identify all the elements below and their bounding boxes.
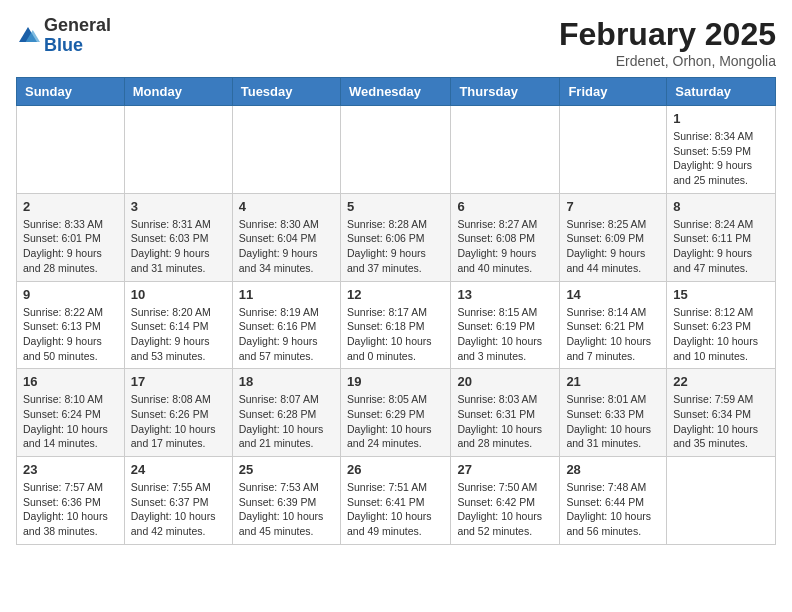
day-info: Sunrise: 8:31 AM Sunset: 6:03 PM Dayligh…	[131, 217, 226, 276]
day-info: Sunrise: 8:03 AM Sunset: 6:31 PM Dayligh…	[457, 392, 553, 451]
month-title: February 2025	[559, 16, 776, 53]
calendar-cell: 3Sunrise: 8:31 AM Sunset: 6:03 PM Daylig…	[124, 193, 232, 281]
calendar-cell: 20Sunrise: 8:03 AM Sunset: 6:31 PM Dayli…	[451, 369, 560, 457]
calendar-cell: 5Sunrise: 8:28 AM Sunset: 6:06 PM Daylig…	[340, 193, 450, 281]
calendar-cell: 2Sunrise: 8:33 AM Sunset: 6:01 PM Daylig…	[17, 193, 125, 281]
logo: General Blue	[16, 16, 111, 56]
day-number: 18	[239, 374, 334, 389]
day-info: Sunrise: 8:15 AM Sunset: 6:19 PM Dayligh…	[457, 305, 553, 364]
day-number: 23	[23, 462, 118, 477]
calendar-week-2: 2Sunrise: 8:33 AM Sunset: 6:01 PM Daylig…	[17, 193, 776, 281]
calendar-cell: 23Sunrise: 7:57 AM Sunset: 6:36 PM Dayli…	[17, 457, 125, 545]
day-number: 4	[239, 199, 334, 214]
day-info: Sunrise: 7:53 AM Sunset: 6:39 PM Dayligh…	[239, 480, 334, 539]
calendar-cell: 21Sunrise: 8:01 AM Sunset: 6:33 PM Dayli…	[560, 369, 667, 457]
day-number: 26	[347, 462, 444, 477]
calendar-cell: 13Sunrise: 8:15 AM Sunset: 6:19 PM Dayli…	[451, 281, 560, 369]
day-info: Sunrise: 8:22 AM Sunset: 6:13 PM Dayligh…	[23, 305, 118, 364]
calendar-cell: 24Sunrise: 7:55 AM Sunset: 6:37 PM Dayli…	[124, 457, 232, 545]
day-info: Sunrise: 8:28 AM Sunset: 6:06 PM Dayligh…	[347, 217, 444, 276]
day-number: 17	[131, 374, 226, 389]
calendar-cell: 12Sunrise: 8:17 AM Sunset: 6:18 PM Dayli…	[340, 281, 450, 369]
day-number: 12	[347, 287, 444, 302]
calendar-cell: 15Sunrise: 8:12 AM Sunset: 6:23 PM Dayli…	[667, 281, 776, 369]
location: Erdenet, Orhon, Mongolia	[559, 53, 776, 69]
calendar-cell: 6Sunrise: 8:27 AM Sunset: 6:08 PM Daylig…	[451, 193, 560, 281]
day-number: 6	[457, 199, 553, 214]
day-number: 9	[23, 287, 118, 302]
day-number: 2	[23, 199, 118, 214]
page-header: General Blue February 2025 Erdenet, Orho…	[16, 16, 776, 69]
calendar-cell: 25Sunrise: 7:53 AM Sunset: 6:39 PM Dayli…	[232, 457, 340, 545]
calendar-cell: 7Sunrise: 8:25 AM Sunset: 6:09 PM Daylig…	[560, 193, 667, 281]
day-info: Sunrise: 7:48 AM Sunset: 6:44 PM Dayligh…	[566, 480, 660, 539]
day-number: 22	[673, 374, 769, 389]
calendar-cell: 1Sunrise: 8:34 AM Sunset: 5:59 PM Daylig…	[667, 106, 776, 194]
day-info: Sunrise: 8:30 AM Sunset: 6:04 PM Dayligh…	[239, 217, 334, 276]
day-info: Sunrise: 8:34 AM Sunset: 5:59 PM Dayligh…	[673, 129, 769, 188]
day-number: 3	[131, 199, 226, 214]
day-info: Sunrise: 8:19 AM Sunset: 6:16 PM Dayligh…	[239, 305, 334, 364]
logo-icon	[16, 24, 40, 48]
logo-blue-text: Blue	[44, 35, 83, 55]
day-info: Sunrise: 8:24 AM Sunset: 6:11 PM Dayligh…	[673, 217, 769, 276]
day-info: Sunrise: 8:33 AM Sunset: 6:01 PM Dayligh…	[23, 217, 118, 276]
day-number: 16	[23, 374, 118, 389]
calendar-cell: 8Sunrise: 8:24 AM Sunset: 6:11 PM Daylig…	[667, 193, 776, 281]
calendar-cell	[560, 106, 667, 194]
day-info: Sunrise: 8:25 AM Sunset: 6:09 PM Dayligh…	[566, 217, 660, 276]
day-number: 11	[239, 287, 334, 302]
calendar-cell	[124, 106, 232, 194]
calendar-cell: 28Sunrise: 7:48 AM Sunset: 6:44 PM Dayli…	[560, 457, 667, 545]
day-number: 10	[131, 287, 226, 302]
calendar-cell: 26Sunrise: 7:51 AM Sunset: 6:41 PM Dayli…	[340, 457, 450, 545]
calendar-week-3: 9Sunrise: 8:22 AM Sunset: 6:13 PM Daylig…	[17, 281, 776, 369]
calendar-cell: 11Sunrise: 8:19 AM Sunset: 6:16 PM Dayli…	[232, 281, 340, 369]
day-info: Sunrise: 8:12 AM Sunset: 6:23 PM Dayligh…	[673, 305, 769, 364]
title-block: February 2025 Erdenet, Orhon, Mongolia	[559, 16, 776, 69]
calendar-cell: 16Sunrise: 8:10 AM Sunset: 6:24 PM Dayli…	[17, 369, 125, 457]
day-info: Sunrise: 7:55 AM Sunset: 6:37 PM Dayligh…	[131, 480, 226, 539]
day-info: Sunrise: 7:51 AM Sunset: 6:41 PM Dayligh…	[347, 480, 444, 539]
weekday-header-row: SundayMondayTuesdayWednesdayThursdayFrid…	[17, 78, 776, 106]
weekday-header-friday: Friday	[560, 78, 667, 106]
day-number: 14	[566, 287, 660, 302]
day-info: Sunrise: 7:50 AM Sunset: 6:42 PM Dayligh…	[457, 480, 553, 539]
calendar-cell	[232, 106, 340, 194]
weekday-header-tuesday: Tuesday	[232, 78, 340, 106]
day-number: 13	[457, 287, 553, 302]
day-info: Sunrise: 7:59 AM Sunset: 6:34 PM Dayligh…	[673, 392, 769, 451]
day-number: 19	[347, 374, 444, 389]
calendar-cell: 4Sunrise: 8:30 AM Sunset: 6:04 PM Daylig…	[232, 193, 340, 281]
day-number: 28	[566, 462, 660, 477]
weekday-header-sunday: Sunday	[17, 78, 125, 106]
day-number: 1	[673, 111, 769, 126]
weekday-header-thursday: Thursday	[451, 78, 560, 106]
day-info: Sunrise: 8:10 AM Sunset: 6:24 PM Dayligh…	[23, 392, 118, 451]
day-number: 27	[457, 462, 553, 477]
logo-general-text: General	[44, 15, 111, 35]
calendar-cell: 17Sunrise: 8:08 AM Sunset: 6:26 PM Dayli…	[124, 369, 232, 457]
calendar-cell: 19Sunrise: 8:05 AM Sunset: 6:29 PM Dayli…	[340, 369, 450, 457]
day-info: Sunrise: 8:07 AM Sunset: 6:28 PM Dayligh…	[239, 392, 334, 451]
calendar-cell	[340, 106, 450, 194]
calendar-cell: 10Sunrise: 8:20 AM Sunset: 6:14 PM Dayli…	[124, 281, 232, 369]
calendar-cell: 18Sunrise: 8:07 AM Sunset: 6:28 PM Dayli…	[232, 369, 340, 457]
day-number: 21	[566, 374, 660, 389]
day-number: 24	[131, 462, 226, 477]
day-number: 8	[673, 199, 769, 214]
calendar-table: SundayMondayTuesdayWednesdayThursdayFrid…	[16, 77, 776, 545]
calendar-week-1: 1Sunrise: 8:34 AM Sunset: 5:59 PM Daylig…	[17, 106, 776, 194]
day-number: 7	[566, 199, 660, 214]
day-info: Sunrise: 8:14 AM Sunset: 6:21 PM Dayligh…	[566, 305, 660, 364]
calendar-cell	[667, 457, 776, 545]
day-number: 5	[347, 199, 444, 214]
day-number: 25	[239, 462, 334, 477]
day-info: Sunrise: 8:27 AM Sunset: 6:08 PM Dayligh…	[457, 217, 553, 276]
day-info: Sunrise: 8:08 AM Sunset: 6:26 PM Dayligh…	[131, 392, 226, 451]
day-number: 15	[673, 287, 769, 302]
weekday-header-wednesday: Wednesday	[340, 78, 450, 106]
day-info: Sunrise: 8:05 AM Sunset: 6:29 PM Dayligh…	[347, 392, 444, 451]
calendar-cell	[17, 106, 125, 194]
day-info: Sunrise: 8:17 AM Sunset: 6:18 PM Dayligh…	[347, 305, 444, 364]
